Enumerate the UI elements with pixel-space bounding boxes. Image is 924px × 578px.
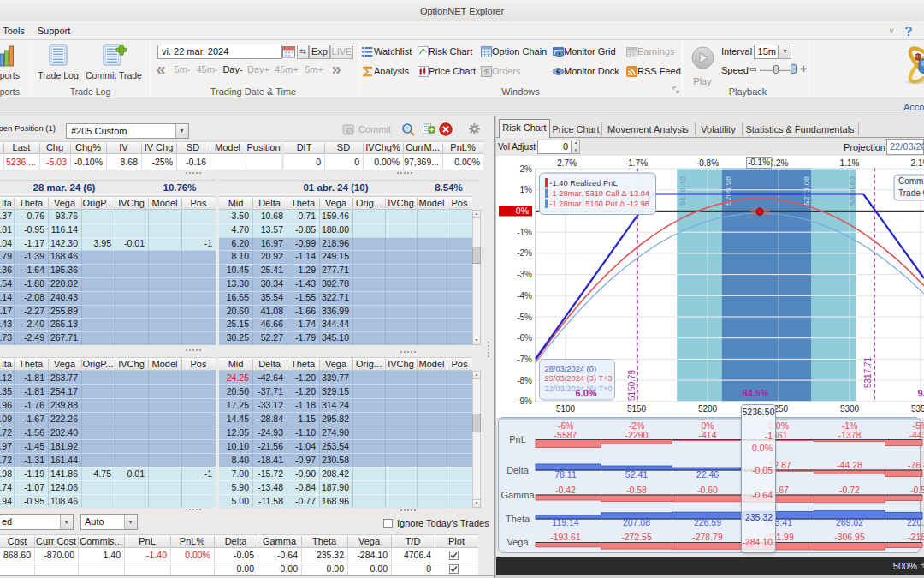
svg-text:-0.58: -0.58 — [626, 485, 647, 495]
svg-text:220.13: 220.13 — [907, 517, 924, 527]
svg-text:-3%: -3% — [517, 270, 532, 279]
svg-text:-2%: -2% — [517, 248, 532, 258]
svg-text:Comm...: Comm... — [898, 176, 924, 186]
svg-text:269.02: 269.02 — [836, 517, 863, 527]
svg-text:0%: 0% — [516, 206, 529, 216]
svg-text:28/03/2024 (0): 28/03/2024 (0) — [545, 365, 596, 373]
svg-text:-193.61: -193.61 — [550, 532, 581, 542]
svg-text:5178.43: 5178.43 — [678, 176, 687, 206]
svg-text:Gamma: Gamma — [500, 490, 535, 500]
svg-text:Delta: Delta — [506, 465, 530, 475]
svg-text:-1 28mar. 5160 Put Δ: -1 28mar. 5160 Put Δ — [550, 200, 625, 208]
svg-text:78.11: 78.11 — [554, 469, 577, 480]
svg-text:5150.79: 5150.79 — [627, 369, 637, 401]
svg-text:-1 28mar. 5310 Call Δ: -1 28mar. 5310 Call Δ — [550, 189, 627, 198]
svg-text:-0.60: -0.60 — [697, 485, 718, 495]
svg-text:-306.95: -306.95 — [834, 532, 865, 542]
svg-text:5350: 5350 — [911, 404, 924, 414]
svg-text:$: $ — [484, 68, 489, 76]
svg-text:5300: 5300 — [840, 404, 860, 414]
svg-text:5304.63: 5304.63 — [847, 176, 856, 206]
svg-text:Theta: Theta — [506, 514, 530, 524]
svg-text:Vega: Vega — [506, 537, 529, 547]
svg-text:207.08: 207.08 — [623, 517, 650, 527]
svg-text:-4437: -4437 — [909, 430, 924, 440]
svg-text:-0.55: -0.55 — [910, 485, 924, 495]
svg-text:-7%: -7% — [517, 355, 532, 364]
svg-text:5273.08: 5273.08 — [802, 176, 811, 206]
svg-text:25/03/2024 (3) T+3: 25/03/2024 (3) T+3 — [545, 374, 613, 383]
svg-text:-1.40 Realized PnL: -1.40 Realized PnL — [550, 179, 618, 188]
svg-text:-5%: -5% — [517, 313, 532, 322]
svg-text:-414: -414 — [698, 430, 716, 440]
svg-text:5150: 5150 — [627, 404, 647, 414]
svg-text:-278.79: -278.79 — [692, 532, 723, 542]
svg-text:-4%: -4% — [517, 291, 532, 301]
svg-text:-1%: -1% — [517, 228, 532, 237]
svg-text:-8%: -8% — [517, 376, 532, 385]
svg-text:-218.4: -218.4 — [908, 532, 924, 542]
svg-text:9.5%: 9.5% — [917, 388, 924, 398]
svg-text:-0.72: -0.72 — [839, 485, 860, 495]
svg-text:2%: 2% — [520, 164, 533, 174]
svg-text:-5587: -5587 — [554, 430, 578, 440]
svg-text:6.0%: 6.0% — [575, 388, 596, 398]
svg-text:226.59: 226.59 — [694, 517, 721, 527]
svg-text:-0.42: -0.42 — [555, 485, 576, 495]
svg-text:-6%: -6% — [517, 333, 532, 343]
svg-text:Trade C...: Trade C... — [898, 188, 924, 198]
svg-text:PnL: PnL — [509, 434, 526, 444]
svg-text:-2290: -2290 — [625, 430, 649, 440]
svg-text:-9%: -9% — [517, 396, 532, 406]
svg-text:1%: 1% — [520, 185, 533, 194]
svg-text:22.46: 22.46 — [696, 469, 719, 480]
svg-text:-12.98: -12.98 — [627, 200, 649, 208]
svg-text:52.41: 52.41 — [625, 469, 648, 480]
svg-text:5200: 5200 — [698, 404, 718, 414]
svg-text:-272.55: -272.55 — [621, 532, 652, 542]
svg-text:-76.45: -76.45 — [908, 460, 924, 470]
svg-text:119.14: 119.14 — [552, 517, 578, 527]
svg-text:-1378: -1378 — [838, 430, 862, 440]
svg-text:5317.71: 5317.71 — [863, 356, 873, 388]
svg-text:13.04: 13.04 — [630, 189, 649, 198]
svg-text:-44.28: -44.28 — [837, 460, 862, 470]
svg-text:84.5%: 84.5% — [742, 388, 768, 398]
svg-text:5100: 5100 — [556, 404, 576, 414]
